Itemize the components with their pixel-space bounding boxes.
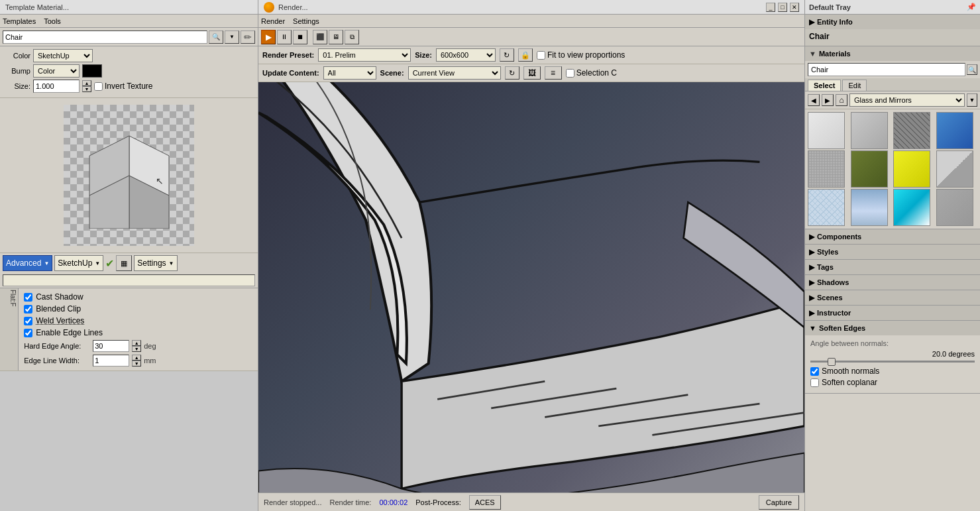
instructor-label: Instructor <box>817 309 851 317</box>
hard-edge-down[interactable]: ▼ <box>132 346 141 352</box>
tray-pin-btn[interactable]: 📌 <box>967 3 976 11</box>
search-button[interactable]: 🔍 <box>209 30 223 44</box>
components-header[interactable]: ▶ Components <box>805 229 980 244</box>
materials-search-input[interactable] <box>808 63 965 76</box>
size-input[interactable] <box>33 80 80 93</box>
edge-line-up[interactable]: ▲ <box>132 355 141 361</box>
mat-search-icon[interactable]: 🔍 <box>967 64 977 75</box>
enable-edge-lines-checkbox[interactable] <box>24 329 32 337</box>
render-play-btn[interactable]: ▶ <box>261 30 276 44</box>
edge-line-down[interactable]: ▼ <box>132 361 141 367</box>
scene-list-btn[interactable]: ≡ <box>545 66 562 80</box>
materials-header[interactable]: ▼ Materials <box>805 46 980 61</box>
render-controls2: Update Content: All Scene: Current View … <box>258 64 804 82</box>
cast-shadow-checkbox[interactable] <box>24 293 32 302</box>
render-panel: Render... _ □ ✕ Render Settings ▶ ⏸ ⏹ ⬛ … <box>258 0 804 511</box>
menu-templates[interactable]: Templates <box>3 17 36 25</box>
render-pause-btn[interactable]: ⏸ <box>277 30 292 44</box>
mat-swatch-1[interactable] <box>808 112 845 149</box>
edge-line-width-row: Edge Line Width: ▲ ▼ mm <box>19 353 258 368</box>
nav-home-btn[interactable]: ⌂ <box>836 94 847 106</box>
tab-edit[interactable]: Edit <box>842 80 867 91</box>
checkmark-btn[interactable]: ✔ <box>105 257 114 270</box>
menu-tools[interactable]: Tools <box>44 17 61 25</box>
render-viewport-btn[interactable]: 🖥 <box>329 30 343 44</box>
scenes-header[interactable]: ▶ Scenes <box>805 290 980 305</box>
mat-swatch-3[interactable] <box>893 112 930 149</box>
dropdown-arrow-btn[interactable]: ▼ <box>225 30 239 44</box>
shadows-header[interactable]: ▶ Shadows <box>805 275 980 290</box>
settings-dropdown-btn[interactable]: Settings ▼ <box>134 255 177 271</box>
hard-edge-up[interactable]: ▲ <box>132 340 141 346</box>
bump-select[interactable]: Color <box>33 64 80 78</box>
render-stop-btn[interactable]: ⏹ <box>293 30 307 44</box>
update-content-select[interactable]: All <box>323 66 376 80</box>
color-swatch[interactable] <box>82 64 102 78</box>
weld-vertices-checkbox[interactable] <box>24 317 32 325</box>
selection-c-checkbox[interactable] <box>566 69 574 78</box>
soften-coplanar-checkbox[interactable] <box>810 378 819 387</box>
fit-to-view-checkbox[interactable] <box>537 51 545 60</box>
tags-header[interactable]: ▶ Tags <box>805 260 980 274</box>
edge-line-width-input[interactable] <box>93 355 129 367</box>
size-down[interactable]: ▼ <box>82 86 91 92</box>
maximize-btn[interactable]: □ <box>778 3 787 12</box>
render-controls: Render Preset: 01. Prelim Size: 600x600 … <box>258 46 804 64</box>
instructor-arrow-icon: ▶ <box>809 309 814 317</box>
scene-icon-btn[interactable]: 🖼 <box>523 66 541 80</box>
hard-edge-angle-input[interactable] <box>93 340 129 352</box>
styles-header[interactable]: ▶ Styles <box>805 245 980 259</box>
template-material-titlebar: Template Material... <box>0 0 258 15</box>
capture-button[interactable]: Capture <box>759 495 799 510</box>
scene-select[interactable]: Current View <box>408 66 501 80</box>
mat-swatch-9[interactable] <box>808 189 845 226</box>
sketchup-dropdown-btn[interactable]: SketchUp ▼ <box>54 255 103 271</box>
render-refresh-btn[interactable]: ↻ <box>500 48 514 62</box>
advanced-dropdown-btn[interactable]: Advanced ▼ <box>3 255 52 271</box>
scene-refresh-btn[interactable]: ↻ <box>505 66 519 80</box>
soften-edges-header[interactable]: ▼ Soften Edges <box>805 321 980 335</box>
render-lock-btn[interactable]: 🔒 <box>518 48 533 62</box>
render-preset-select[interactable]: 01. Prelim <box>318 48 411 62</box>
blended-clip-checkbox[interactable] <box>24 305 32 313</box>
mat-swatch-8[interactable] <box>936 150 973 188</box>
close-btn[interactable]: ✕ <box>790 3 799 12</box>
scenes-section: ▶ Scenes <box>805 290 980 306</box>
invert-texture-checkbox[interactable] <box>94 82 103 91</box>
mat-swatch-7[interactable] <box>893 150 930 188</box>
mat-swatch-2[interactable] <box>851 112 888 149</box>
pipette-button[interactable]: ✏ <box>241 30 255 44</box>
render-region-btn[interactable]: ⬛ <box>313 30 327 44</box>
mat-swatch-10[interactable] <box>851 189 888 226</box>
category-dropdown[interactable]: Glass and Mirrors <box>849 93 965 107</box>
mat-swatch-6[interactable] <box>851 150 888 188</box>
material-search-input[interactable] <box>3 30 207 44</box>
render-time-value: 00:00:02 <box>379 498 408 506</box>
mat-menu-btn[interactable]: ▼ <box>967 93 977 107</box>
angle-slider[interactable] <box>810 361 975 363</box>
mat-swatch-4[interactable] <box>936 112 973 149</box>
weld-vertices-label: Weld Vertices <box>36 316 84 325</box>
bump-row: Bump Color <box>4 64 254 78</box>
components-arrow-icon: ▶ <box>809 233 814 241</box>
tab-select[interactable]: Select <box>808 80 841 91</box>
mat-swatch-5[interactable] <box>808 150 845 188</box>
menu-settings[interactable]: Settings <box>293 17 319 25</box>
aces-button[interactable]: ACES <box>469 495 501 510</box>
minimize-btn[interactable]: _ <box>766 3 775 12</box>
mat-swatch-12[interactable] <box>936 189 973 226</box>
entity-info-header[interactable]: ▶ Entity Info <box>805 15 980 29</box>
mat-swatch-11[interactable] <box>893 189 930 226</box>
smooth-normals-checkbox[interactable] <box>810 367 819 376</box>
color-row: Color SketchUp <box>4 49 254 62</box>
material-name-input[interactable] <box>3 274 255 286</box>
size-select[interactable]: 600x600 <box>436 48 496 62</box>
render-compare-btn[interactable]: ⧉ <box>345 30 359 44</box>
color-select[interactable]: SketchUp <box>33 49 93 62</box>
nav-back-btn[interactable]: ◀ <box>808 94 820 106</box>
nav-forward-btn[interactable]: ▶ <box>822 94 834 106</box>
menu-render[interactable]: Render <box>261 17 285 25</box>
instructor-header[interactable]: ▶ Instructor <box>805 306 980 320</box>
size-up[interactable]: ▲ <box>82 80 91 86</box>
grid-icon-btn[interactable]: ▦ <box>116 255 132 271</box>
